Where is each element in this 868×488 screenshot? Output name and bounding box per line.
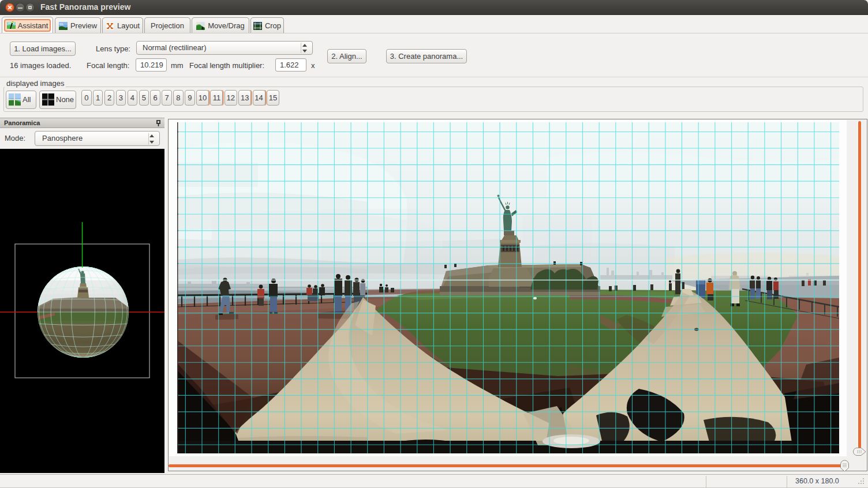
svg-text:GL: GL (59, 22, 64, 26)
